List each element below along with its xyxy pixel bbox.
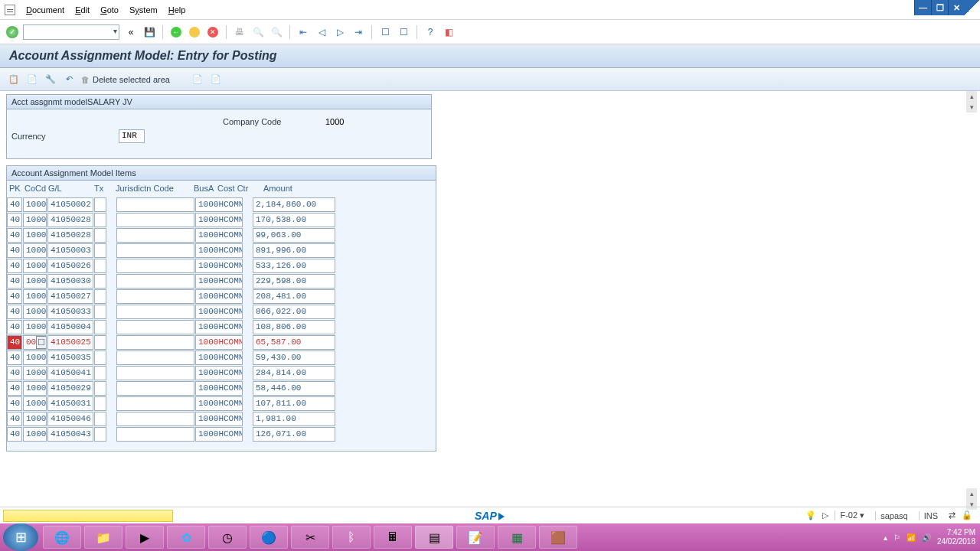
task-sap[interactable]: ▤ [415,526,453,549]
maximize-button[interactable]: ❐ [931,0,948,15]
task-ie[interactable]: 🌐 [43,526,81,549]
cell-cocd[interactable]: 1000 [23,396,47,411]
cell-gl[interactable]: 41050026 [47,259,93,273]
cell-busa-cc[interactable]: 1000HCOMN [195,197,243,212]
cell-gl[interactable]: 41050043 [47,427,93,442]
cell-busa-cc[interactable]: 1000HCOMN [195,320,243,334]
cell-tx[interactable] [94,320,106,334]
back-icon[interactable]: ← [169,25,183,39]
menu-system[interactable]: System [129,5,158,15]
start-button[interactable] [3,523,38,551]
scroll-up-icon[interactable]: ▴ [966,91,977,102]
cell-jurisdictn[interactable] [116,213,194,227]
cell-jurisdictn[interactable] [116,366,194,380]
cell-busa-cc[interactable]: 1000HCOMN [195,366,243,380]
undo-icon[interactable]: ↶ [63,73,75,86]
table-row[interactable]: 401000410500271000HCOMN208,481.00 [7,289,436,304]
cell-amount[interactable]: 208,481.00 [253,289,335,304]
cell-pk[interactable]: 40 [7,274,22,289]
status-lock-icon[interactable]: 🔓 [962,510,972,520]
first-page-icon[interactable]: ⇤ [296,25,310,39]
cell-amount[interactable]: 108,806.00 [253,320,335,334]
task-app2[interactable]: ◷ [208,526,247,549]
cell-pk[interactable]: 40 [7,243,22,258]
cell-cocd[interactable]: 1000 [23,197,47,212]
cell-tx[interactable] [94,213,106,227]
company-code-field[interactable]: 1000 [325,117,351,126]
cell-amount[interactable]: 229,598.00 [253,274,335,289]
help-icon[interactable]: ? [423,25,437,39]
table-row[interactable]: 401000410500281000HCOMN170,538.00 [7,212,436,227]
task-calc[interactable]: 🖩 [374,526,412,549]
cell-jurisdictn[interactable] [116,335,194,350]
exit-icon[interactable] [188,25,201,39]
cell-cocd[interactable]: 1000 [23,320,47,334]
cell-cocd[interactable]: 1000 [23,228,47,243]
cell-busa-cc[interactable]: 1000HCOMN [195,396,243,411]
cell-cocd[interactable]: 00☐ [23,335,47,350]
cell-gl[interactable]: 41050004 [47,320,93,334]
cell-gl[interactable]: 41050033 [47,305,93,319]
cell-gl[interactable]: 41050035 [47,350,93,365]
cell-tx[interactable] [94,412,106,426]
cell-jurisdictn[interactable] [116,350,194,365]
status-icon1[interactable]: ⇄ [949,510,956,520]
cell-pk[interactable]: 40 [7,213,22,227]
cell-pk[interactable]: 40 [7,289,22,304]
f4-help-icon[interactable]: ☐ [36,336,47,349]
table-row[interactable]: 401000410500031000HCOMN891,996.00 [7,243,436,258]
task-notes[interactable]: 📝 [456,526,495,549]
cell-cocd[interactable]: 1000 [23,381,47,396]
cell-gl[interactable]: 41050041 [47,366,93,380]
cell-cocd[interactable]: 1000 [23,427,47,442]
tray-up-icon[interactable]: ▴ [884,533,887,542]
menu-goto[interactable]: Goto [100,5,119,15]
last-page-icon[interactable]: ⇥ [351,25,365,39]
cell-jurisdictn[interactable] [116,396,194,411]
cell-jurisdictn[interactable] [116,289,194,304]
cell-tx[interactable] [94,305,106,319]
sheet1-icon[interactable]: 📄 [191,73,204,86]
cell-gl[interactable]: 41050029 [47,381,93,396]
cell-amount[interactable]: 533,126.00 [253,259,335,273]
tray-flag-icon[interactable]: ⚐ [893,533,900,542]
cell-jurisdictn[interactable] [116,320,194,334]
tray-signal-icon[interactable]: 📶 [906,533,916,542]
cell-amount[interactable]: 107,811.00 [253,396,335,411]
task-snip[interactable]: ✂ [291,526,329,549]
delete-selected-area-button[interactable]: 🗑 Delete selected area [81,75,170,84]
table-row[interactable]: 401000410500351000HCOMN59,430.00 [7,350,436,365]
task-app3[interactable]: 🟫 [539,526,577,549]
copy-icon[interactable]: 📋 [8,73,20,86]
cell-pk[interactable]: 40 [7,427,22,442]
cancel-icon[interactable]: ✕ [206,25,220,39]
cell-cocd[interactable]: 1000 [23,350,47,365]
cell-gl[interactable]: 41050030 [47,274,93,289]
cell-amount[interactable]: 65,587.00 [253,335,335,350]
cell-cocd[interactable]: 1000 [23,259,47,273]
cell-busa-cc[interactable]: 1000HCOMN [195,228,243,243]
table-row[interactable]: 40 00☐410500251000HCOMN65,587.00 [7,334,436,350]
cell-gl[interactable]: 41050027 [47,289,93,304]
cell-tx[interactable] [94,197,106,212]
table-row[interactable]: 401000410500281000HCOMN99,063.00 [7,227,436,243]
cell-cocd[interactable]: 1000 [23,243,47,258]
cell-amount[interactable]: 170,538.00 [253,213,335,227]
cell-busa-cc[interactable]: 1000HCOMN [195,305,243,319]
table-row[interactable]: 401000410500291000HCOMN58,446.00 [7,380,436,396]
cell-cocd[interactable]: 1000 [23,274,47,289]
cell-jurisdictn[interactable] [116,412,194,426]
next-page-icon[interactable]: ▷ [333,25,347,39]
cell-tx[interactable] [94,396,106,411]
cell-gl[interactable]: 41050028 [47,213,93,227]
task-chrome[interactable]: 🔵 [250,526,288,549]
table-row[interactable]: 401000410500021000HCOMN2,184,860.00 [7,197,436,212]
cell-amount[interactable]: 126,071.00 [253,427,335,442]
cell-pk[interactable]: 40 [7,305,22,319]
cell-pk[interactable]: 40 [7,396,22,411]
cell-amount[interactable]: 58,446.00 [253,381,335,396]
close-button[interactable]: ✕ [948,0,965,15]
cell-pk[interactable]: 40 [7,335,22,350]
cell-amount[interactable]: 284,814.00 [253,366,335,380]
cell-busa-cc[interactable]: 1000HCOMN [195,259,243,273]
